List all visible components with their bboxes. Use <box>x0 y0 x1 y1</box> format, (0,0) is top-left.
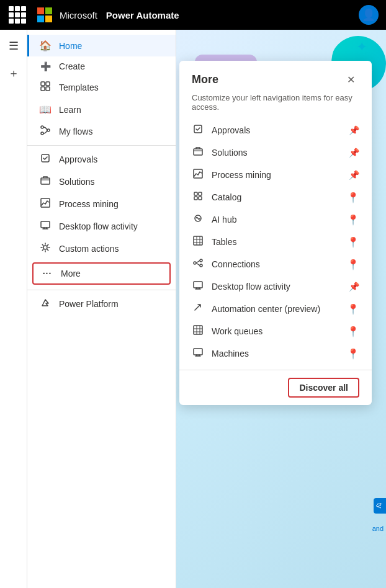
sidebar: 🏠 Home ➕ Create Templates 📖 Learn <box>27 30 176 588</box>
more-panel-close-button[interactable]: ✕ <box>342 71 359 88</box>
custom-actions-icon <box>39 243 52 255</box>
create-icon: ➕ <box>39 61 52 71</box>
svg-point-30 <box>200 259 202 262</box>
my-flows-icon <box>39 125 52 138</box>
more-panel-item-solutions[interactable]: Solutions 📌 <box>179 141 372 164</box>
svg-rect-1 <box>45 7 52 14</box>
panel-ai-hub-label: AI hub <box>212 215 236 225</box>
side-badge: ty <box>374 498 386 514</box>
side-text: and <box>372 525 386 532</box>
more-panel-footer: Discover all <box>179 370 372 405</box>
ms-logo <box>37 7 52 22</box>
more-panel-item-machines[interactable]: Machines 📍 <box>179 342 372 365</box>
solutions-icon <box>39 176 52 188</box>
svg-rect-21 <box>194 197 197 200</box>
panel-catalog-icon <box>192 191 204 203</box>
more-panel-item-catalog[interactable]: Catalog 📍 <box>179 186 372 208</box>
more-panel-item-tables[interactable]: Tables 📍 <box>179 231 372 253</box>
more-panel-item-left: Work queues <box>192 325 263 337</box>
sidebar-label-my-flows: My flows <box>59 127 92 136</box>
work-queues-pin-icon[interactable]: 📍 <box>347 326 359 337</box>
sidebar-label-more: More <box>61 269 81 278</box>
svg-rect-20 <box>199 192 202 195</box>
sidebar-label-templates: Templates <box>59 82 99 92</box>
svg-rect-38 <box>194 349 202 355</box>
panel-catalog-label: Catalog <box>212 192 241 202</box>
more-panel-item-left: Catalog <box>192 191 241 203</box>
svg-point-8 <box>41 126 43 128</box>
discover-all-button[interactable]: Discover all <box>288 378 359 398</box>
side-badge-text: ty <box>376 503 384 509</box>
avatar-icon: 👤 <box>362 8 375 22</box>
sidebar-label-learn: Learn <box>59 105 81 115</box>
more-panel-item-ai-hub[interactable]: AI hub 📍 <box>179 208 372 231</box>
ai-hub-pin-icon[interactable]: 📍 <box>347 214 359 226</box>
more-panel-item-desktop-flow-activity[interactable]: Desktop flow activity 📌 <box>179 275 372 298</box>
desktop-flow-pin-icon[interactable]: 📌 <box>349 282 359 292</box>
more-panel: More ✕ Customize your left navigation it… <box>179 61 372 405</box>
automation-center-pin-icon[interactable]: 📍 <box>347 303 359 315</box>
sidebar-item-home[interactable]: 🏠 Home <box>27 35 176 56</box>
sidebar-item-solutions[interactable]: Solutions <box>27 171 176 193</box>
panel-process-mining-label: Process mining <box>212 170 271 180</box>
more-panel-item-left: Machines <box>192 347 249 360</box>
mini-add-button[interactable]: ＋ <box>2 62 25 84</box>
catalog-pin-icon[interactable]: 📍 <box>347 192 359 203</box>
panel-desktop-flow-icon <box>192 280 204 293</box>
connections-pin-icon[interactable]: 📍 <box>347 259 359 270</box>
brand-label: Microsoft <box>60 10 97 20</box>
sidebar-item-desktop-flow[interactable]: Desktop flow activity <box>27 215 176 238</box>
more-panel-item-work-queues[interactable]: Work queues 📍 <box>179 320 372 342</box>
approvals-pin-icon[interactable]: 📌 <box>349 125 359 135</box>
waffle-grid-icon <box>9 6 26 24</box>
sidebar-item-process-mining[interactable]: Process mining <box>27 193 176 215</box>
sidebar-item-create[interactable]: ➕ Create <box>27 56 176 76</box>
tables-pin-icon[interactable]: 📍 <box>347 236 359 248</box>
svg-rect-32 <box>194 282 202 288</box>
svg-rect-17 <box>194 149 202 155</box>
svg-rect-6 <box>41 87 45 91</box>
more-panel-item-left: AI hub <box>192 213 236 226</box>
more-panel-item-approvals[interactable]: Approvals 📌 <box>179 119 372 141</box>
more-panel-item-connections[interactable]: Connections 📍 <box>179 253 372 275</box>
machines-pin-icon[interactable]: 📍 <box>347 348 359 360</box>
more-panel-item-automation-center[interactable]: Automation center (preview) 📍 <box>179 298 372 320</box>
panel-connections-icon <box>192 258 204 270</box>
close-icon: ✕ <box>347 74 355 86</box>
sidebar-label-power-platform: Power Platform <box>59 299 119 309</box>
svg-rect-12 <box>41 178 50 184</box>
sidebar-item-custom-actions[interactable]: Custom actions <box>27 238 176 260</box>
sidebar-label-desktop-flow: Desktop flow activity <box>59 221 138 231</box>
more-panel-item-left: Approvals <box>192 124 250 136</box>
more-panel-item-left: Process mining <box>192 169 271 181</box>
sidebar-item-power-platform[interactable]: Power Platform <box>27 293 176 315</box>
panel-tables-label: Tables <box>212 237 236 247</box>
topbar: Microsoft Power Automate 👤 <box>0 0 386 30</box>
user-avatar[interactable]: 👤 <box>359 5 379 25</box>
sidebar-item-approvals[interactable]: Approvals <box>27 148 176 171</box>
waffle-menu[interactable] <box>7 5 27 25</box>
hamburger-button[interactable]: ☰ <box>2 35 25 57</box>
svg-rect-2 <box>37 16 44 22</box>
more-panel-item-process-mining[interactable]: Process mining 📌 <box>179 164 372 186</box>
templates-icon <box>39 81 52 94</box>
sidebar-item-templates[interactable]: Templates <box>27 76 176 99</box>
sidebar-item-more[interactable]: ··· More <box>32 262 171 285</box>
solutions-pin-icon[interactable]: 📌 <box>349 148 359 158</box>
sidebar-item-my-flows[interactable]: My flows <box>27 120 176 143</box>
more-panel-item-left: Tables <box>192 236 236 248</box>
process-mining-icon <box>39 198 52 210</box>
more-panel-item-left: Solutions <box>192 146 248 159</box>
sidebar-label-approvals: Approvals <box>59 154 97 164</box>
more-panel-item-left: Automation center (preview) <box>192 303 320 315</box>
sidebar-item-learn[interactable]: 📖 Learn <box>27 99 176 120</box>
sidebar-label-solutions: Solutions <box>59 177 95 187</box>
home-icon: 🏠 <box>39 40 52 51</box>
more-panel-title: More <box>192 73 218 86</box>
sidebar-label-home: Home <box>59 41 82 51</box>
main-layout: ☰ ＋ 🏠 Home ➕ Create Te <box>0 30 386 588</box>
process-mining-pin-icon[interactable]: 📌 <box>349 170 359 180</box>
divider-2 <box>27 290 176 290</box>
svg-point-29 <box>194 262 196 264</box>
panel-work-queues-icon <box>192 325 204 337</box>
